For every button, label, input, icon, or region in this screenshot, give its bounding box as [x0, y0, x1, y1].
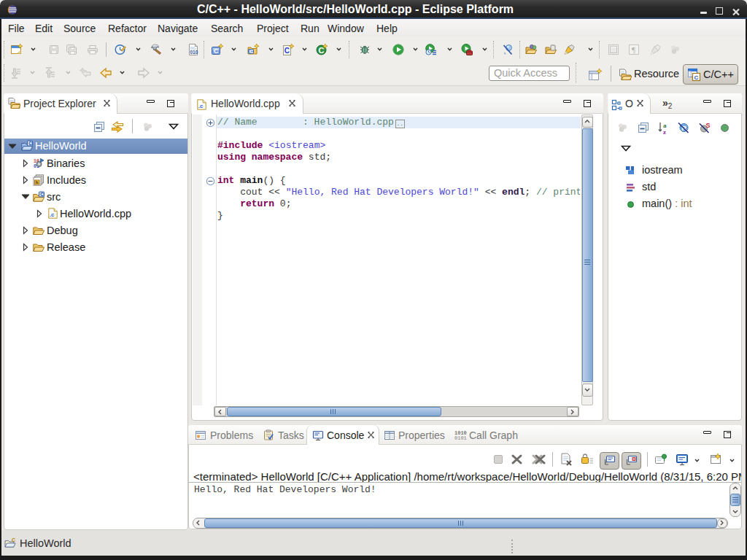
- svg-text:C: C: [249, 49, 253, 54]
- svg-text:C: C: [319, 46, 325, 55]
- svg-text:¶: ¶: [632, 45, 635, 54]
- svg-text:C: C: [12, 537, 15, 542]
- svg-text:h: h: [36, 180, 39, 184]
- svg-text:C: C: [28, 141, 32, 146]
- svg-text:C: C: [285, 47, 290, 55]
- svg-text:0101: 0101: [454, 435, 467, 441]
- svg-text:010: 010: [190, 50, 198, 55]
- svg-text:C: C: [694, 74, 699, 81]
- svg-text:S: S: [706, 122, 711, 129]
- svg-text:C: C: [40, 192, 44, 197]
- svg-text:.c: .c: [50, 211, 55, 218]
- svg-text:C: C: [214, 47, 219, 55]
- svg-text:z: z: [663, 128, 666, 135]
- svg-text:.c: .c: [198, 103, 204, 109]
